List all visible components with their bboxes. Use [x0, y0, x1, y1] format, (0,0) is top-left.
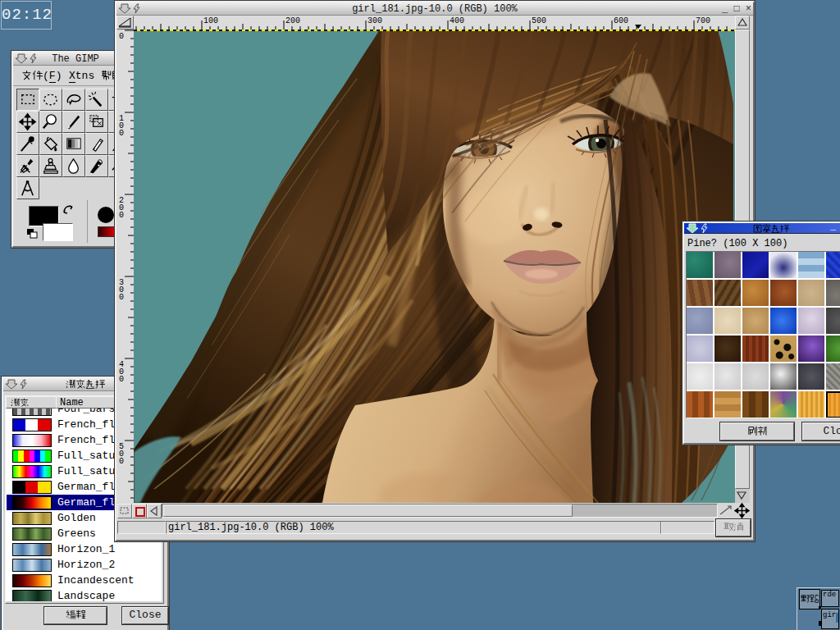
- svg-text:0: 0: [119, 293, 124, 302]
- svg-text:600: 600: [614, 16, 628, 25]
- svg-text:300: 300: [368, 16, 382, 25]
- svg-text:0: 0: [119, 129, 124, 138]
- svg-text:0: 0: [119, 457, 124, 466]
- svg-text:0: 0: [119, 211, 124, 220]
- svg-text:700: 700: [696, 16, 710, 25]
- svg-text:400: 400: [450, 16, 464, 25]
- svg-text:0: 0: [119, 32, 124, 41]
- svg-text:0: 0: [119, 375, 124, 384]
- svg-text:100: 100: [203, 16, 218, 25]
- svg-text:200: 200: [285, 16, 300, 25]
- svg-text:500: 500: [532, 16, 546, 25]
